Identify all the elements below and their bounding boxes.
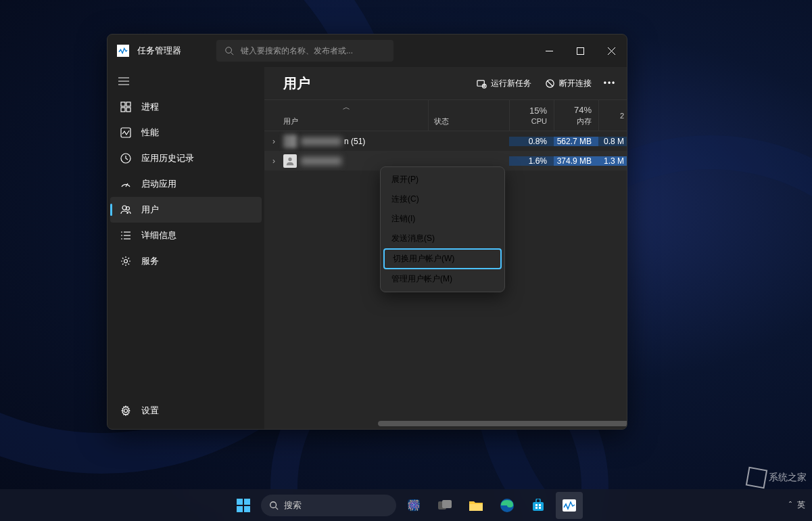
sidebar-item-label: 详细信息 xyxy=(141,229,176,242)
ctx-expand[interactable]: 展开(P) xyxy=(383,170,502,189)
system-tray[interactable]: ˆ 英 xyxy=(789,499,805,511)
taskbar-search[interactable]: 搜索 xyxy=(261,495,396,516)
disconnect-button[interactable]: 断开连接 xyxy=(538,72,598,95)
minimize-button[interactable] xyxy=(533,35,565,67)
taskbar-app-fireworks[interactable]: 🎆 xyxy=(400,492,427,519)
watermark-logo-icon xyxy=(746,467,767,489)
svg-rect-43 xyxy=(533,502,544,511)
context-menu: 展开(P) 连接(C) 注销(I) 发送消息(S) 切换用户帐户(W) 管理用户… xyxy=(380,166,505,292)
more-options-button[interactable]: ••• xyxy=(598,72,621,95)
more-icon: ••• xyxy=(604,78,617,88)
search-input[interactable] xyxy=(241,46,385,55)
users-icon xyxy=(120,204,132,216)
expand-icon[interactable]: › xyxy=(264,156,283,166)
svg-rect-41 xyxy=(469,504,483,511)
disconnect-icon xyxy=(545,78,555,89)
search-box[interactable] xyxy=(216,40,393,62)
sidebar-item-users[interactable]: 用户 xyxy=(110,197,262,223)
taskmanager-icon xyxy=(563,499,576,512)
column-cpu[interactable]: 15% CPU xyxy=(509,100,554,131)
taskbar-app-edge[interactable] xyxy=(494,492,521,519)
user-name-blurred xyxy=(301,137,341,145)
list-icon xyxy=(120,229,132,242)
sidebar-item-label: 性能 xyxy=(141,127,159,139)
svg-line-1 xyxy=(231,53,234,55)
svg-rect-3 xyxy=(577,47,583,54)
sidebar-item-settings[interactable]: 设置 xyxy=(110,398,262,424)
svg-rect-47 xyxy=(539,507,541,509)
page-title: 用户 xyxy=(283,74,310,93)
taskview-icon xyxy=(438,500,452,511)
svg-rect-12 xyxy=(126,108,130,112)
column-memory[interactable]: 74% 内存 xyxy=(554,100,598,131)
svg-rect-46 xyxy=(535,507,538,509)
sidebar-item-label: 服务 xyxy=(141,255,159,267)
gauge-icon xyxy=(120,178,132,190)
svg-point-25 xyxy=(124,409,128,413)
scrollbar-thumb[interactable] xyxy=(378,421,627,426)
window-controls xyxy=(533,35,627,67)
user-avatar xyxy=(283,154,297,168)
sidebar-item-details[interactable]: 详细信息 xyxy=(110,223,262,248)
sidebar-item-services[interactable]: 服务 xyxy=(110,248,262,274)
sidebar-item-performance[interactable]: 性能 xyxy=(110,120,262,145)
run-new-task-button[interactable]: 运行新任务 xyxy=(470,72,538,95)
sidebar-item-label: 启动应用 xyxy=(141,178,176,190)
ctx-connect[interactable]: 连接(C) xyxy=(383,189,502,209)
ctx-logoff[interactable]: 注销(I) xyxy=(383,209,502,229)
taskbar-app-explorer[interactable] xyxy=(462,492,489,519)
sort-arrow-icon: ︿ xyxy=(343,102,350,112)
watermark: 系统之家 xyxy=(747,468,807,487)
svg-rect-45 xyxy=(539,504,541,506)
sidebar-item-processes[interactable]: 进程 xyxy=(110,94,262,120)
taskbar-app-taskview[interactable] xyxy=(431,492,458,519)
ctx-manage-user[interactable]: 管理用户帐户(M) xyxy=(383,269,502,289)
column-status[interactable]: 状态 xyxy=(428,100,509,131)
run-task-icon xyxy=(477,78,487,89)
user-avatar xyxy=(283,135,297,148)
ctx-send-message[interactable]: 发送消息(S) xyxy=(383,229,502,248)
svg-rect-26 xyxy=(477,80,484,85)
titlebar: 任务管理器 xyxy=(108,35,627,67)
fireworks-icon: 🎆 xyxy=(407,499,421,512)
windows-icon xyxy=(236,498,251,513)
hamburger-button[interactable] xyxy=(110,68,137,94)
svg-rect-13 xyxy=(121,128,130,137)
user-name-blurred xyxy=(301,157,341,165)
svg-rect-36 xyxy=(244,506,250,512)
search-icon xyxy=(224,46,234,55)
chevron-up-icon[interactable]: ˆ xyxy=(789,501,792,510)
expand-icon[interactable]: › xyxy=(264,137,283,146)
start-button[interactable] xyxy=(230,492,257,519)
ime-indicator[interactable]: 英 xyxy=(797,499,805,511)
ctx-switch-user[interactable]: 切换用户帐户(W) xyxy=(383,248,502,269)
svg-rect-10 xyxy=(126,102,130,106)
store-icon xyxy=(531,499,545,512)
column-extra[interactable]: 2 xyxy=(598,100,627,131)
edge-icon xyxy=(500,498,515,513)
svg-point-0 xyxy=(226,47,232,53)
taskbar-app-taskmanager[interactable] xyxy=(556,492,583,519)
svg-point-24 xyxy=(124,260,128,263)
gear-icon xyxy=(120,255,132,267)
horizontal-scrollbar[interactable] xyxy=(378,421,623,426)
close-button[interactable] xyxy=(596,35,627,67)
history-icon xyxy=(120,152,132,164)
maximize-button[interactable] xyxy=(565,35,596,67)
sidebar-item-label: 用户 xyxy=(141,204,159,216)
taskbar-app-store[interactable] xyxy=(525,492,552,519)
folder-icon xyxy=(469,499,483,512)
sidebar-item-startup[interactable]: 启动应用 xyxy=(110,171,262,197)
taskbar: 搜索 🎆 ˆ 英 xyxy=(0,489,812,521)
column-user[interactable]: ︿ 用户 xyxy=(264,100,428,131)
user-row[interactable]: › n (51) 0.8% 562.7 MB 0.8 M xyxy=(264,131,627,151)
content-header: 用户 运行新任务 断开连接 ••• xyxy=(264,67,627,99)
sidebar-item-history[interactable]: 应用历史记录 xyxy=(110,145,262,171)
svg-rect-11 xyxy=(121,108,125,112)
app-title: 任务管理器 xyxy=(137,45,181,57)
svg-rect-9 xyxy=(121,102,125,106)
svg-point-32 xyxy=(288,157,291,160)
svg-rect-33 xyxy=(237,499,243,505)
sidebar-item-label: 进程 xyxy=(141,101,159,113)
svg-rect-40 xyxy=(442,500,452,508)
